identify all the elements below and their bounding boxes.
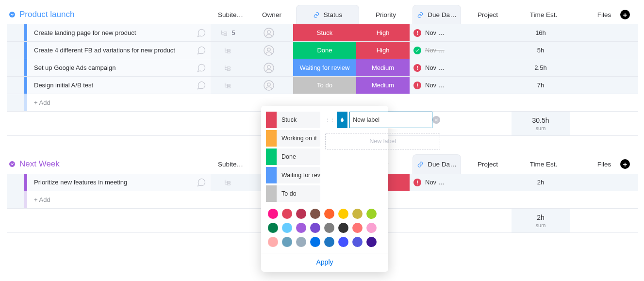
priority-cell[interactable]: Medium bbox=[356, 77, 410, 94]
drag-handle-icon[interactable]: ⋮⋮ bbox=[325, 118, 335, 121]
color-swatch-option[interactable] bbox=[310, 237, 320, 247]
subitems-cell[interactable] bbox=[211, 42, 245, 59]
project-cell[interactable] bbox=[458, 59, 512, 76]
item-name[interactable]: Create landing page for new product bbox=[27, 24, 192, 41]
due-date-cell[interactable]: Nov … bbox=[410, 42, 458, 59]
color-swatch-option[interactable] bbox=[338, 237, 348, 247]
color-swatch-option[interactable] bbox=[310, 223, 320, 233]
col-status[interactable]: Status bbox=[296, 5, 359, 24]
due-date-cell[interactable]: !Nov … bbox=[410, 77, 458, 94]
item-name[interactable]: Create 4 different FB ad variations for … bbox=[27, 42, 192, 59]
subitems-cell[interactable]: 5 bbox=[211, 24, 245, 41]
project-cell[interactable] bbox=[458, 77, 512, 94]
collapse-toggle[interactable] bbox=[7, 11, 17, 18]
chat-icon[interactable] bbox=[192, 24, 211, 41]
col-project[interactable]: Project bbox=[461, 5, 514, 24]
item-name[interactable]: Prioritize new features in meeting bbox=[27, 174, 192, 191]
color-swatch-option[interactable] bbox=[282, 223, 292, 233]
color-swatch-option[interactable] bbox=[338, 223, 348, 233]
col-subitems[interactable]: Subite… bbox=[214, 5, 248, 24]
new-label-color[interactable] bbox=[337, 112, 347, 128]
add-column-button[interactable]: + bbox=[620, 159, 630, 169]
color-swatch-option[interactable] bbox=[366, 223, 377, 233]
subitems-cell[interactable] bbox=[211, 77, 245, 94]
priority-cell[interactable]: High bbox=[356, 42, 410, 59]
color-swatch-option[interactable] bbox=[296, 209, 306, 219]
col-project[interactable]: Project bbox=[461, 154, 514, 174]
new-label-input[interactable] bbox=[349, 112, 432, 128]
subitems-cell[interactable] bbox=[211, 59, 245, 76]
collapse-toggle[interactable] bbox=[7, 160, 17, 168]
color-swatch-option[interactable] bbox=[282, 209, 292, 219]
files-cell[interactable] bbox=[570, 42, 633, 59]
clear-input-button[interactable]: ✕ bbox=[432, 116, 440, 124]
subitems-cell[interactable] bbox=[211, 174, 245, 191]
status-cell[interactable]: To do bbox=[293, 77, 356, 94]
status-label-option[interactable]: To do bbox=[266, 185, 320, 202]
color-swatch-option[interactable] bbox=[324, 209, 334, 219]
table-row[interactable]: Design initial A/B test To do Medium !No… bbox=[7, 77, 638, 94]
item-name[interactable]: Set up Google Ads campaign bbox=[27, 59, 192, 76]
status-label-option[interactable]: Waiting for rev bbox=[266, 167, 320, 183]
col-time-est[interactable]: Time Est. bbox=[514, 5, 573, 24]
due-date-cell[interactable]: !Nov … bbox=[410, 59, 458, 76]
status-cell[interactable]: Waiting for review bbox=[293, 59, 356, 76]
color-swatch-option[interactable] bbox=[366, 237, 377, 247]
color-swatch-option[interactable] bbox=[338, 209, 348, 219]
color-swatch-option[interactable] bbox=[296, 237, 306, 247]
project-cell[interactable] bbox=[458, 174, 512, 191]
new-label-placeholder[interactable]: New label bbox=[325, 133, 440, 149]
project-cell[interactable] bbox=[458, 42, 512, 59]
group-title[interactable]: Next Week bbox=[19, 159, 214, 169]
group-title[interactable]: Product launch bbox=[19, 10, 214, 19]
table-row[interactable]: Set up Google Ads campaign Waiting for r… bbox=[7, 59, 638, 77]
owner-cell[interactable] bbox=[245, 77, 293, 94]
owner-cell[interactable] bbox=[245, 42, 293, 59]
color-swatch-option[interactable] bbox=[324, 223, 334, 233]
add-column-button[interactable]: + bbox=[620, 10, 630, 19]
color-swatch-option[interactable] bbox=[352, 237, 363, 247]
files-cell[interactable] bbox=[570, 77, 633, 94]
status-label-option[interactable]: Working on it bbox=[266, 130, 320, 147]
time-est-cell[interactable]: 16h bbox=[512, 24, 570, 41]
color-swatch-option[interactable] bbox=[268, 237, 278, 247]
status-label-option[interactable]: Done bbox=[266, 149, 320, 165]
col-due-date[interactable]: Due Da… bbox=[413, 5, 461, 24]
files-cell[interactable] bbox=[570, 174, 633, 191]
table-row[interactable]: Create 4 different FB ad variations for … bbox=[7, 42, 638, 59]
col-priority[interactable]: Priority bbox=[359, 5, 413, 24]
owner-cell[interactable] bbox=[245, 59, 293, 76]
color-swatch-option[interactable] bbox=[268, 223, 278, 233]
col-owner[interactable]: Owner bbox=[248, 5, 296, 24]
time-est-cell[interactable]: 7h bbox=[512, 77, 570, 94]
item-name[interactable]: Design initial A/B test bbox=[27, 77, 192, 94]
owner-cell[interactable] bbox=[245, 24, 293, 41]
chat-icon[interactable] bbox=[192, 77, 211, 94]
time-est-cell[interactable]: 2h bbox=[512, 174, 570, 191]
color-swatch-option[interactable] bbox=[310, 209, 320, 219]
time-est-cell[interactable]: 5h bbox=[512, 42, 570, 59]
col-subitems[interactable]: Subite… bbox=[214, 154, 248, 174]
color-swatch-option[interactable] bbox=[352, 209, 363, 219]
color-swatch-option[interactable] bbox=[268, 209, 278, 219]
time-est-cell[interactable]: 2.5h bbox=[512, 59, 570, 76]
files-cell[interactable] bbox=[570, 24, 633, 41]
project-cell[interactable] bbox=[458, 24, 512, 41]
col-time-est[interactable]: Time Est. bbox=[514, 154, 573, 174]
chat-icon[interactable] bbox=[192, 174, 211, 191]
color-swatch-option[interactable] bbox=[352, 223, 363, 233]
table-row[interactable]: Create landing page for new product 5 St… bbox=[7, 24, 638, 42]
due-date-cell[interactable]: !Nov … bbox=[410, 24, 458, 41]
status-cell[interactable]: Stuck bbox=[293, 24, 356, 41]
chat-icon[interactable] bbox=[192, 42, 211, 59]
color-swatch-option[interactable] bbox=[282, 237, 292, 247]
apply-button[interactable]: Apply bbox=[266, 253, 383, 268]
files-cell[interactable] bbox=[570, 59, 633, 76]
color-swatch-option[interactable] bbox=[324, 237, 334, 247]
color-swatch-option[interactable] bbox=[366, 209, 377, 219]
color-swatch-option[interactable] bbox=[296, 223, 306, 233]
priority-cell[interactable]: Medium bbox=[356, 59, 410, 76]
status-cell[interactable]: Done bbox=[293, 42, 356, 59]
status-label-option[interactable]: Stuck bbox=[266, 112, 320, 128]
chat-icon[interactable] bbox=[192, 59, 211, 76]
